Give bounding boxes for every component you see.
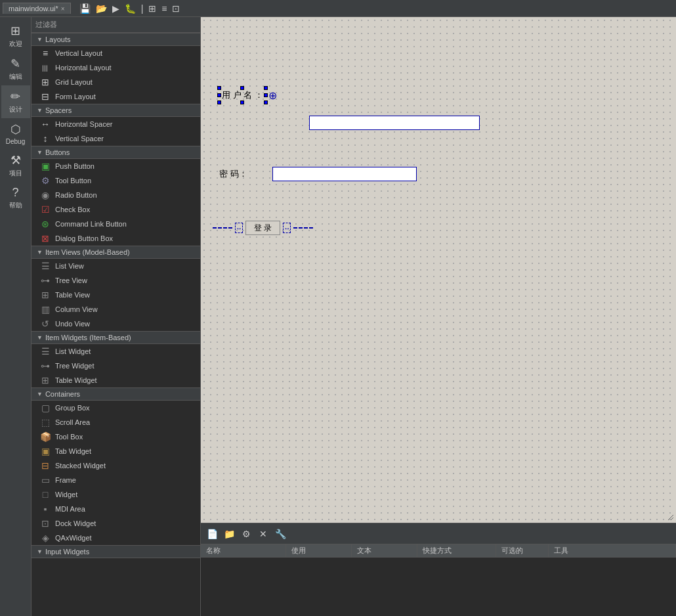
- mdi-area-icon: ▪: [39, 504, 51, 514]
- section-spacers[interactable]: ▼ Spacers: [32, 104, 200, 117]
- widget-stacked-widget[interactable]: ⊟ Stacked Widget: [32, 458, 200, 473]
- handle-tr[interactable]: [264, 86, 268, 90]
- sidebar-item-welcome[interactable]: ⊞ 欢迎: [1, 20, 30, 53]
- sidebar-item-label-debug: Debug: [6, 138, 25, 145]
- sidebar-item-help[interactable]: ? 帮助: [1, 182, 30, 214]
- resize-handle[interactable]: [665, 512, 673, 520]
- toolbar-open-icon[interactable]: 📂: [94, 2, 109, 15]
- tree-widget-icon: ⊶: [39, 361, 51, 371]
- widget-widget[interactable]: □ Widget: [32, 487, 200, 502]
- toolbar-run-icon[interactable]: ▶: [110, 2, 121, 15]
- widget-group-box[interactable]: ▢ Group Box: [32, 401, 200, 415]
- widget-tab-widget[interactable]: ▣ Tab Widget: [32, 444, 200, 458]
- widget-form-layout[interactable]: ⊟ Form Layout: [32, 89, 200, 104]
- widget-push-button[interactable]: ▣ Push Button: [32, 159, 200, 173]
- section-layouts[interactable]: ▼ Layouts: [32, 33, 200, 46]
- top-toolbar: mainwindow.ui* × 💾 📂 ▶ 🐛 | ⊞ ≡ ⊡: [0, 0, 676, 17]
- widget-column-view[interactable]: ▥ Column View: [32, 302, 200, 317]
- bottom-bar-icon-1[interactable]: 📄: [205, 527, 219, 541]
- file-tab-close[interactable]: ×: [61, 5, 65, 12]
- bottom-bar-icon-3[interactable]: ⚙: [239, 527, 253, 541]
- login-row: ↔ 登 录 ↔: [213, 221, 313, 235]
- section-containers[interactable]: ▼ Containers: [32, 387, 200, 401]
- sidebar-item-label-design: 设计: [9, 105, 22, 114]
- form-window: 用 户 名 ： ⊕ 密 码： ↔: [201, 17, 676, 523]
- widget-frame[interactable]: ▭ Frame: [32, 473, 200, 487]
- handle-tm[interactable]: [240, 86, 244, 90]
- col-name: 名称: [201, 544, 286, 557]
- horizontal-layout-label: Horizontal Layout: [55, 64, 112, 72]
- login-button[interactable]: 登 录: [245, 221, 280, 235]
- file-tab[interactable]: mainwindow.ui* ×: [3, 3, 71, 14]
- handle-ml[interactable]: [217, 93, 221, 97]
- username-input[interactable]: [309, 116, 480, 130]
- handle-tl[interactable]: [217, 86, 221, 90]
- toolbar-save-icon[interactable]: 💾: [77, 2, 93, 15]
- svg-line-0: [668, 515, 673, 520]
- widget-mdi-area[interactable]: ▪ MDI Area: [32, 502, 200, 516]
- handle-bm[interactable]: [240, 100, 244, 104]
- handle-br[interactable]: [264, 100, 268, 104]
- design-canvas[interactable]: 用 户 名 ： ⊕ 密 码： ↔: [201, 17, 676, 523]
- widget-tree-view[interactable]: ⊶ Tree View: [32, 273, 200, 288]
- tab-widget-icon: ▣: [39, 446, 51, 456]
- vertical-spacer-label: Vertical Spacer: [55, 135, 104, 143]
- toolbar-layout-icon[interactable]: ⊞: [146, 2, 158, 15]
- list-widget-label: List Widget: [55, 347, 91, 355]
- widget-radio-button[interactable]: ◉ Radio Button: [32, 188, 200, 202]
- radio-button-icon: ◉: [39, 190, 51, 200]
- toolbar-debug-icon[interactable]: 🐛: [123, 2, 138, 15]
- username-label-selected[interactable]: 用 户 名 ：: [219, 88, 266, 102]
- widget-scroll-area[interactable]: ⬚ Scroll Area: [32, 415, 200, 429]
- widget-horizontal-spacer[interactable]: ↔ Horizontal Spacer: [32, 117, 200, 131]
- handle-bl[interactable]: [217, 100, 221, 104]
- section-item-views[interactable]: ▼ Item Views (Model-Based): [32, 246, 200, 259]
- tab-widget-label: Tab Widget: [55, 447, 91, 455]
- widget-check-box[interactable]: ☑ Check Box: [32, 202, 200, 217]
- widget-vertical-layout[interactable]: ≡ Vertical Layout: [32, 46, 200, 60]
- command-link-label: Command Link Button: [55, 220, 127, 228]
- widget-horizontal-layout[interactable]: ⫼ Horizontal Layout: [32, 60, 200, 75]
- welcome-icon: ⊞: [11, 24, 20, 38]
- section-buttons[interactable]: ▼ Buttons: [32, 146, 200, 159]
- handle-mr[interactable]: [264, 93, 268, 97]
- widget-tool-button[interactable]: ⚙ Tool Button: [32, 173, 200, 188]
- form-layout-label: Form Layout: [55, 93, 96, 100]
- widget-dialog-button-box[interactable]: ⊠ Dialog Button Box: [32, 231, 200, 246]
- widget-command-link-button[interactable]: ⊛ Command Link Button: [32, 217, 200, 231]
- widget-qaxwidget[interactable]: ◈ QAxWidget: [32, 531, 200, 545]
- column-view-icon: ▥: [39, 304, 51, 315]
- item-widgets-arrow: ▼: [37, 334, 43, 341]
- list-view-icon: ☰: [39, 261, 51, 271]
- table-widget-icon: ⊞: [39, 375, 51, 385]
- toolbar-grid-icon[interactable]: ⊡: [170, 2, 182, 15]
- push-button-label: Push Button: [55, 162, 95, 170]
- widget-vertical-spacer[interactable]: ↕ Vertical Spacer: [32, 131, 200, 146]
- bottom-bar-icon-2[interactable]: 📁: [222, 527, 236, 541]
- widget-list-view[interactable]: ☰ List View: [32, 259, 200, 273]
- sidebar-item-design[interactable]: ✏ 设计: [1, 85, 30, 118]
- bottom-bar-icon-4[interactable]: ✕: [256, 527, 270, 541]
- password-input[interactable]: [272, 167, 417, 181]
- widget-list-widget[interactable]: ☰ List Widget: [32, 344, 200, 359]
- widget-tree-widget[interactable]: ⊶ Tree Widget: [32, 359, 200, 373]
- widget-dock-widget[interactable]: ⊡ Dock Widget: [32, 516, 200, 531]
- sidebar-item-label-project: 项目: [9, 169, 22, 178]
- buttons-arrow: ▼: [37, 149, 43, 156]
- widget-table-widget[interactable]: ⊞ Table Widget: [32, 373, 200, 387]
- section-item-widgets[interactable]: ▼ Item Widgets (Item-Based): [32, 331, 200, 344]
- svg-line-1: [671, 517, 673, 520]
- widget-undo-view[interactable]: ↺ Undo View: [32, 317, 200, 331]
- toolbar-align-icon[interactable]: ≡: [159, 2, 169, 15]
- widget-grid-layout[interactable]: ⊞ Grid Layout: [32, 75, 200, 89]
- undo-view-icon: ↺: [39, 319, 51, 329]
- section-input-widgets[interactable]: ▼ Input Widgets: [32, 545, 200, 558]
- sidebar-item-edit[interactable]: ✎ 编辑: [1, 53, 30, 85]
- bottom-bar-icon-5[interactable]: 🔧: [273, 527, 287, 541]
- sidebar-item-project[interactable]: ⚒ 项目: [1, 149, 30, 182]
- spring-left-indicator: ↔: [235, 223, 243, 233]
- sidebar-item-debug[interactable]: ⬡ Debug: [1, 118, 30, 149]
- widget-table-view[interactable]: ⊞ Table View: [32, 288, 200, 302]
- widget-tool-box[interactable]: 📦 Tool Box: [32, 429, 200, 444]
- sidebar-item-label-welcome: 欢迎: [9, 39, 22, 49]
